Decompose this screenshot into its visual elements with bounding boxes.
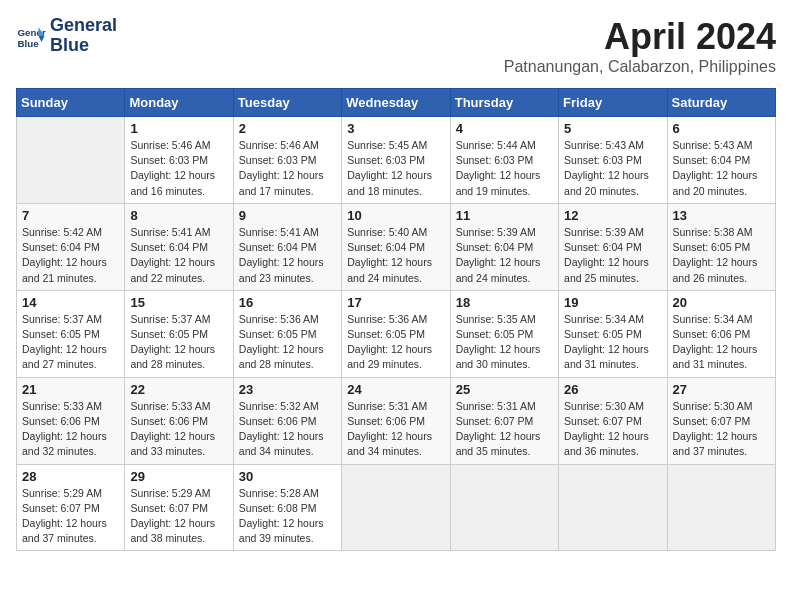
calendar-cell: 10 Sunrise: 5:40 AMSunset: 6:04 PMDaylig… <box>342 203 450 290</box>
calendar-cell: 29 Sunrise: 5:29 AMSunset: 6:07 PMDaylig… <box>125 464 233 551</box>
day-info: Sunrise: 5:43 AMSunset: 6:03 PMDaylight:… <box>564 138 661 199</box>
calendar-cell: 30 Sunrise: 5:28 AMSunset: 6:08 PMDaylig… <box>233 464 341 551</box>
day-info: Sunrise: 5:28 AMSunset: 6:08 PMDaylight:… <box>239 486 336 547</box>
day-number: 12 <box>564 208 661 223</box>
calendar-cell: 8 Sunrise: 5:41 AMSunset: 6:04 PMDayligh… <box>125 203 233 290</box>
day-number: 27 <box>673 382 770 397</box>
page-title: April 2024 <box>504 16 776 58</box>
page-header: General Blue General Blue April 2024 Pat… <box>16 16 776 76</box>
day-number: 10 <box>347 208 444 223</box>
day-info: Sunrise: 5:39 AMSunset: 6:04 PMDaylight:… <box>456 225 553 286</box>
day-info: Sunrise: 5:37 AMSunset: 6:05 PMDaylight:… <box>130 312 227 373</box>
day-number: 24 <box>347 382 444 397</box>
calendar-cell <box>450 464 558 551</box>
day-info: Sunrise: 5:29 AMSunset: 6:07 PMDaylight:… <box>22 486 119 547</box>
day-number: 23 <box>239 382 336 397</box>
day-info: Sunrise: 5:36 AMSunset: 6:05 PMDaylight:… <box>239 312 336 373</box>
day-number: 8 <box>130 208 227 223</box>
calendar-week-row: 21 Sunrise: 5:33 AMSunset: 6:06 PMDaylig… <box>17 377 776 464</box>
calendar-week-row: 7 Sunrise: 5:42 AMSunset: 6:04 PMDayligh… <box>17 203 776 290</box>
logo-text: General Blue <box>50 16 117 56</box>
day-number: 2 <box>239 121 336 136</box>
calendar-cell: 27 Sunrise: 5:30 AMSunset: 6:07 PMDaylig… <box>667 377 775 464</box>
weekday-header: Monday <box>125 89 233 117</box>
day-number: 3 <box>347 121 444 136</box>
calendar-cell: 16 Sunrise: 5:36 AMSunset: 6:05 PMDaylig… <box>233 290 341 377</box>
calendar-cell: 11 Sunrise: 5:39 AMSunset: 6:04 PMDaylig… <box>450 203 558 290</box>
day-number: 21 <box>22 382 119 397</box>
calendar-cell: 6 Sunrise: 5:43 AMSunset: 6:04 PMDayligh… <box>667 117 775 204</box>
day-info: Sunrise: 5:33 AMSunset: 6:06 PMDaylight:… <box>130 399 227 460</box>
day-number: 16 <box>239 295 336 310</box>
calendar-cell: 5 Sunrise: 5:43 AMSunset: 6:03 PMDayligh… <box>559 117 667 204</box>
day-number: 17 <box>347 295 444 310</box>
weekday-header: Saturday <box>667 89 775 117</box>
day-info: Sunrise: 5:45 AMSunset: 6:03 PMDaylight:… <box>347 138 444 199</box>
calendar-cell: 26 Sunrise: 5:30 AMSunset: 6:07 PMDaylig… <box>559 377 667 464</box>
day-number: 30 <box>239 469 336 484</box>
calendar-cell: 7 Sunrise: 5:42 AMSunset: 6:04 PMDayligh… <box>17 203 125 290</box>
weekday-header: Thursday <box>450 89 558 117</box>
day-info: Sunrise: 5:36 AMSunset: 6:05 PMDaylight:… <box>347 312 444 373</box>
weekday-header: Sunday <box>17 89 125 117</box>
day-info: Sunrise: 5:41 AMSunset: 6:04 PMDaylight:… <box>239 225 336 286</box>
day-number: 25 <box>456 382 553 397</box>
day-info: Sunrise: 5:46 AMSunset: 6:03 PMDaylight:… <box>239 138 336 199</box>
calendar-cell: 14 Sunrise: 5:37 AMSunset: 6:05 PMDaylig… <box>17 290 125 377</box>
day-info: Sunrise: 5:29 AMSunset: 6:07 PMDaylight:… <box>130 486 227 547</box>
calendar-cell: 21 Sunrise: 5:33 AMSunset: 6:06 PMDaylig… <box>17 377 125 464</box>
day-info: Sunrise: 5:35 AMSunset: 6:05 PMDaylight:… <box>456 312 553 373</box>
day-info: Sunrise: 5:37 AMSunset: 6:05 PMDaylight:… <box>22 312 119 373</box>
day-number: 26 <box>564 382 661 397</box>
day-number: 7 <box>22 208 119 223</box>
day-number: 5 <box>564 121 661 136</box>
calendar-cell: 25 Sunrise: 5:31 AMSunset: 6:07 PMDaylig… <box>450 377 558 464</box>
calendar-week-row: 1 Sunrise: 5:46 AMSunset: 6:03 PMDayligh… <box>17 117 776 204</box>
day-info: Sunrise: 5:30 AMSunset: 6:07 PMDaylight:… <box>673 399 770 460</box>
day-info: Sunrise: 5:39 AMSunset: 6:04 PMDaylight:… <box>564 225 661 286</box>
day-info: Sunrise: 5:33 AMSunset: 6:06 PMDaylight:… <box>22 399 119 460</box>
day-info: Sunrise: 5:31 AMSunset: 6:07 PMDaylight:… <box>456 399 553 460</box>
day-number: 22 <box>130 382 227 397</box>
calendar-cell: 2 Sunrise: 5:46 AMSunset: 6:03 PMDayligh… <box>233 117 341 204</box>
day-number: 11 <box>456 208 553 223</box>
day-info: Sunrise: 5:31 AMSunset: 6:06 PMDaylight:… <box>347 399 444 460</box>
calendar-cell: 1 Sunrise: 5:46 AMSunset: 6:03 PMDayligh… <box>125 117 233 204</box>
calendar-cell <box>559 464 667 551</box>
calendar-cell: 22 Sunrise: 5:33 AMSunset: 6:06 PMDaylig… <box>125 377 233 464</box>
day-info: Sunrise: 5:32 AMSunset: 6:06 PMDaylight:… <box>239 399 336 460</box>
logo-icon: General Blue <box>16 21 46 51</box>
calendar-cell: 18 Sunrise: 5:35 AMSunset: 6:05 PMDaylig… <box>450 290 558 377</box>
calendar-cell <box>667 464 775 551</box>
weekday-header: Friday <box>559 89 667 117</box>
day-number: 15 <box>130 295 227 310</box>
calendar-cell: 12 Sunrise: 5:39 AMSunset: 6:04 PMDaylig… <box>559 203 667 290</box>
svg-marker-3 <box>39 36 45 42</box>
weekday-header: Wednesday <box>342 89 450 117</box>
calendar-cell: 9 Sunrise: 5:41 AMSunset: 6:04 PMDayligh… <box>233 203 341 290</box>
day-number: 9 <box>239 208 336 223</box>
logo: General Blue General Blue <box>16 16 117 56</box>
day-info: Sunrise: 5:34 AMSunset: 6:06 PMDaylight:… <box>673 312 770 373</box>
day-number: 13 <box>673 208 770 223</box>
day-info: Sunrise: 5:44 AMSunset: 6:03 PMDaylight:… <box>456 138 553 199</box>
day-number: 1 <box>130 121 227 136</box>
day-number: 18 <box>456 295 553 310</box>
day-number: 28 <box>22 469 119 484</box>
day-number: 14 <box>22 295 119 310</box>
day-number: 6 <box>673 121 770 136</box>
calendar-cell: 20 Sunrise: 5:34 AMSunset: 6:06 PMDaylig… <box>667 290 775 377</box>
svg-text:Blue: Blue <box>18 37 40 48</box>
day-info: Sunrise: 5:30 AMSunset: 6:07 PMDaylight:… <box>564 399 661 460</box>
calendar-cell: 23 Sunrise: 5:32 AMSunset: 6:06 PMDaylig… <box>233 377 341 464</box>
calendar-cell: 13 Sunrise: 5:38 AMSunset: 6:05 PMDaylig… <box>667 203 775 290</box>
calendar-cell: 17 Sunrise: 5:36 AMSunset: 6:05 PMDaylig… <box>342 290 450 377</box>
day-info: Sunrise: 5:38 AMSunset: 6:05 PMDaylight:… <box>673 225 770 286</box>
calendar-cell: 3 Sunrise: 5:45 AMSunset: 6:03 PMDayligh… <box>342 117 450 204</box>
calendar-cell <box>342 464 450 551</box>
calendar-cell <box>17 117 125 204</box>
calendar-cell: 4 Sunrise: 5:44 AMSunset: 6:03 PMDayligh… <box>450 117 558 204</box>
day-info: Sunrise: 5:40 AMSunset: 6:04 PMDaylight:… <box>347 225 444 286</box>
calendar-cell: 15 Sunrise: 5:37 AMSunset: 6:05 PMDaylig… <box>125 290 233 377</box>
calendar-cell: 28 Sunrise: 5:29 AMSunset: 6:07 PMDaylig… <box>17 464 125 551</box>
